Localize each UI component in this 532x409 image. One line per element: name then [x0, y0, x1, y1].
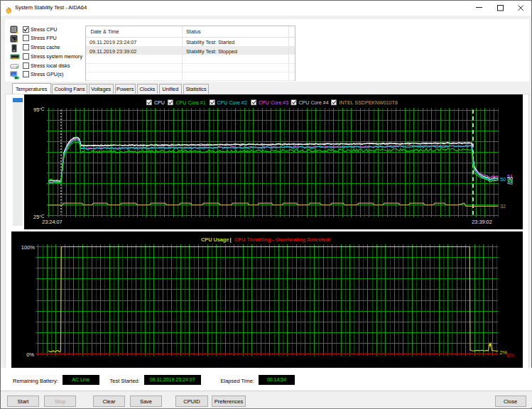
svg-text:CPU Throttling - Overheating D: CPU Throttling - Overheating Detected!	[234, 236, 331, 243]
svg-text:100%: 100%	[21, 244, 36, 251]
svg-text:0%: 0%	[507, 352, 515, 359]
svg-text:|: |	[230, 236, 232, 243]
svg-text:CPU Core #2: CPU Core #2	[217, 100, 246, 106]
svg-text:CPU: CPU	[154, 100, 165, 106]
svg-text:CPU Core #1: CPU Core #1	[175, 100, 205, 106]
svg-text:23:24:07: 23:24:07	[42, 219, 62, 225]
svg-text:CPU Usage: CPU Usage	[201, 236, 229, 243]
svg-text:32: 32	[500, 203, 506, 209]
svg-text:23:39:02: 23:39:02	[472, 219, 492, 225]
svg-text:95°C: 95°C	[33, 106, 45, 113]
svg-text:50: 50	[500, 175, 506, 182]
svg-text:CPU Core #4: CPU Core #4	[298, 100, 328, 106]
svg-text:INTEL SSDPEKNW010T8: INTEL SSDPEKNW010T8	[339, 100, 398, 106]
svg-text:48: 48	[507, 180, 513, 186]
svg-text:0%: 0%	[26, 351, 34, 358]
svg-text:CPU Core #3: CPU Core #3	[259, 100, 288, 106]
